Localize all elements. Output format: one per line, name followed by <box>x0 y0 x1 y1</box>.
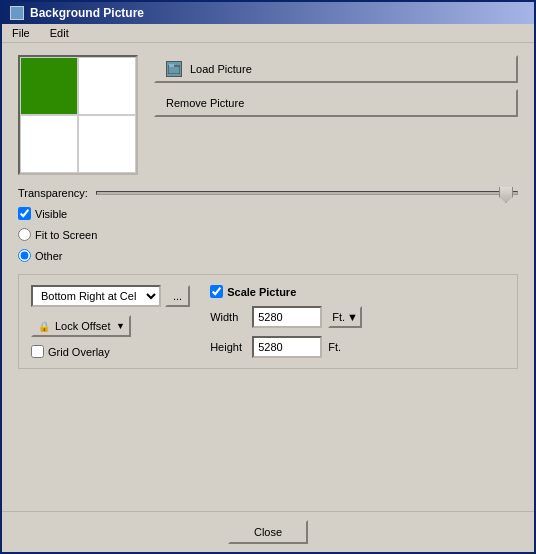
height-unit-label: Ft. <box>328 341 341 353</box>
left-options: Bottom Right at Cel ... 🔒 Lock Offset ▼ … <box>31 285 190 358</box>
menu-bar: File Edit <box>2 24 534 43</box>
other-row: Other <box>18 249 518 262</box>
width-input[interactable]: 5280 <box>252 306 322 328</box>
grid-overlay-row: Grid Overlay <box>31 345 190 358</box>
footer: Close <box>2 511 534 552</box>
other-radio[interactable] <box>18 249 31 262</box>
transparency-row: Transparency: <box>18 187 518 199</box>
content-area: Load Picture Remove Picture Transparency… <box>2 43 534 511</box>
dots-button[interactable]: ... <box>165 285 190 307</box>
lock-dropdown-arrow: ▼ <box>116 321 125 331</box>
preview-cell-bottom-right <box>78 115 136 173</box>
title-bar-icon <box>10 6 24 20</box>
grid-overlay-label: Grid Overlay <box>48 346 110 358</box>
width-unit-arrow: ▼ <box>347 311 358 323</box>
svg-rect-1 <box>169 64 174 67</box>
other-label: Other <box>35 250 63 262</box>
lock-offset-row: 🔒 Lock Offset ▼ <box>31 315 190 337</box>
width-label: Width <box>210 311 246 323</box>
menu-edit[interactable]: Edit <box>46 26 73 40</box>
load-picture-label: Load Picture <box>190 63 252 75</box>
preview-box <box>18 55 138 175</box>
svg-rect-0 <box>168 66 180 74</box>
transparency-slider-thumb[interactable] <box>499 183 513 203</box>
scale-picture-checkbox[interactable] <box>210 285 223 298</box>
visible-row: Visible <box>18 207 518 220</box>
width-row: Width 5280 Ft. ▼ <box>210 306 505 328</box>
scale-picture-label: Scale Picture <box>227 286 296 298</box>
top-row: Load Picture Remove Picture <box>18 55 518 175</box>
transparency-label: Transparency: <box>18 187 88 199</box>
lock-offset-label: Lock Offset <box>55 320 110 332</box>
height-row: Height 5280 Ft. <box>210 336 505 358</box>
remove-picture-label: Remove Picture <box>166 97 244 109</box>
position-row: Bottom Right at Cel ... <box>31 285 190 307</box>
background-picture-window: Background Picture File Edit <box>0 0 536 554</box>
remove-picture-button[interactable]: Remove Picture <box>154 89 518 117</box>
lock-icon: 🔒 <box>37 319 51 333</box>
fit-to-screen-radio[interactable] <box>18 228 31 241</box>
width-unit-label: Ft. <box>332 311 345 323</box>
grid-overlay-checkbox[interactable] <box>31 345 44 358</box>
load-picture-button[interactable]: Load Picture <box>154 55 518 83</box>
preview-cell-top-left <box>20 57 78 115</box>
load-picture-icon <box>166 61 182 77</box>
right-options: Scale Picture Width 5280 Ft. ▼ Height 52… <box>210 285 505 358</box>
scale-picture-row: Scale Picture <box>210 285 505 298</box>
options-panel: Bottom Right at Cel ... 🔒 Lock Offset ▼ … <box>18 274 518 369</box>
preview-cell-bottom-left <box>20 115 78 173</box>
menu-file[interactable]: File <box>8 26 34 40</box>
preview-cell-top-right <box>78 57 136 115</box>
title-bar: Background Picture <box>2 2 534 24</box>
window-title: Background Picture <box>30 6 144 20</box>
lock-offset-button[interactable]: 🔒 Lock Offset ▼ <box>31 315 131 337</box>
position-dropdown[interactable]: Bottom Right at Cel <box>31 285 161 307</box>
width-unit-dropdown[interactable]: Ft. ▼ <box>328 306 362 328</box>
fit-to-screen-row: Fit to Screen <box>18 228 518 241</box>
fit-to-screen-label: Fit to Screen <box>35 229 97 241</box>
close-button[interactable]: Close <box>228 520 308 544</box>
height-input[interactable]: 5280 <box>252 336 322 358</box>
visible-checkbox[interactable] <box>18 207 31 220</box>
height-label: Height <box>210 341 246 353</box>
transparency-slider-track[interactable] <box>96 191 518 195</box>
visible-label: Visible <box>35 208 67 220</box>
buttons-panel: Load Picture Remove Picture <box>154 55 518 117</box>
